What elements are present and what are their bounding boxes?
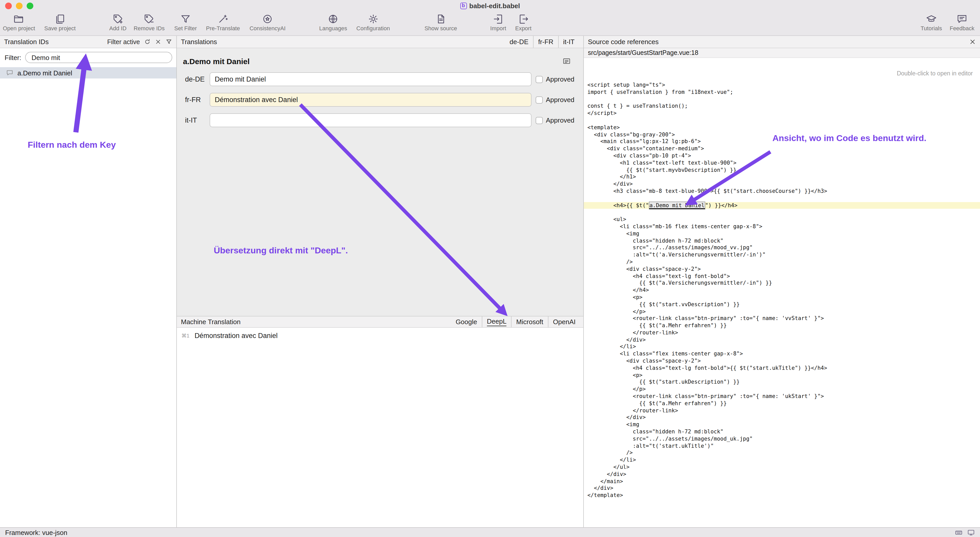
code-line: <h1 class="text-left text-blue-900"> <box>584 159 980 167</box>
code-area[interactable]: Double-click to open in editor <script s… <box>584 58 980 527</box>
toolbar-consistency-ai[interactable]: ConsistencyAI <box>250 13 286 31</box>
toolbar-label: Configuration <box>356 25 390 31</box>
window-title-group: b babel-edit.babel <box>460 2 520 10</box>
code-line: <li class="mb-16 flex items-center gap-x… <box>584 223 980 230</box>
code-line: </div> <box>584 336 980 343</box>
approved-group: Approved <box>536 75 574 83</box>
clear-filter-button[interactable] <box>155 38 161 45</box>
code-line: </router-link> <box>584 329 980 336</box>
code-line: :alt="t('start.ukTitle')" <box>584 442 980 449</box>
toolbar-show-source[interactable]: Show source <box>425 13 457 31</box>
code-line <box>584 209 980 216</box>
toolbar-label: Set Filter <box>174 25 197 31</box>
code-line: </div> <box>584 471 980 478</box>
code-line: <h4 class="text-lg font-bold">{{ $t("sta… <box>584 365 980 372</box>
toolbar-label: Open project <box>3 25 35 31</box>
approved-checkbox-fr[interactable] <box>536 96 543 104</box>
display-icon <box>967 529 975 536</box>
toolbar-pre-translate[interactable]: Pre-Translate <box>206 13 240 31</box>
translation-id-item[interactable]: a.Demo mit Daniel <box>0 67 176 78</box>
toolbar-open-project[interactable]: Open project <box>3 13 35 31</box>
approved-label: Approved <box>546 75 574 83</box>
window-controls <box>5 0 33 11</box>
toolbar-label: Add ID <box>109 25 126 31</box>
framework-label: Framework: vue-json <box>5 529 67 536</box>
code-line <box>584 96 980 103</box>
toolbar-add-id[interactable]: Add ID <box>109 13 126 31</box>
translation-ids-panel-header: Translation IDs Filter active <box>0 36 176 48</box>
tab-de-de[interactable]: de-DE <box>505 36 533 48</box>
file-reference[interactable]: src/pages/start/GuestStartPage.vue:18 <box>584 48 980 58</box>
mt-tab-microsoft[interactable]: Microsoft <box>511 317 548 327</box>
translations-panel: Translations de-DE fr-FR it-IT a.Demo mi… <box>177 36 584 527</box>
tab-label: Google <box>456 318 477 326</box>
machine-translation-result: Démonstration avec Daniel <box>194 332 278 339</box>
close-icon <box>155 38 161 45</box>
toolbar-configuration[interactable]: Configuration <box>356 13 390 31</box>
status-icons <box>955 529 975 536</box>
toolbar-languages[interactable]: Languages <box>319 13 347 31</box>
toolbar-set-filter[interactable]: Set Filter <box>174 13 197 31</box>
code-line: <img <box>584 230 980 237</box>
mt-tab-google[interactable]: Google <box>451 317 482 327</box>
approved-checkbox-de[interactable] <box>536 76 543 83</box>
filter-input[interactable] <box>25 52 172 63</box>
mt-tab-deepl[interactable]: DeepL <box>482 317 511 327</box>
tab-fr-fr[interactable]: fr-FR <box>533 36 558 48</box>
refresh-filter-button[interactable] <box>144 38 151 45</box>
toolbar-save-project[interactable]: Save project <box>45 13 76 31</box>
code-line: <script setup lang="ts"> <box>584 81 980 89</box>
entry-note-button[interactable] <box>562 57 571 66</box>
close-source-panel-button[interactable] <box>969 38 976 45</box>
zoom-window-button[interactable] <box>27 2 33 9</box>
translations-title: Translations <box>181 38 217 46</box>
code-line: <img <box>584 421 980 429</box>
code-line: {{ $t("a.Mehr erfahren") }} <box>584 322 980 329</box>
source-code-panel-header: Source code references <box>584 36 980 48</box>
translation-input-it[interactable] <box>210 113 531 127</box>
filter-button[interactable] <box>165 38 172 45</box>
keyboard-shortcuts-button[interactable] <box>955 529 963 536</box>
code-line: {{ $t("start.myvbvDescription") }} <box>584 166 980 174</box>
close-icon <box>969 38 976 45</box>
app-logo-icon: b <box>460 2 467 9</box>
machine-translation-tabs: Google DeepL Microsoft OpenAI <box>451 317 580 327</box>
toolbar-tutorials[interactable]: Tutorials <box>921 13 942 31</box>
toolbar-remove-ids[interactable]: Remove IDs <box>134 13 164 31</box>
toolbar-feedback[interactable]: Feedback <box>950 13 975 31</box>
machine-translation-header: Machine Translation Google DeepL Microso… <box>177 316 583 328</box>
toolbar-export[interactable]: Export <box>515 13 531 31</box>
tab-label: DeepL <box>487 317 507 326</box>
toolbar-label: Import <box>490 25 506 31</box>
translation-input-de[interactable] <box>210 72 531 86</box>
translation-row-it: it-IT Approved <box>177 113 583 127</box>
code-line <box>584 117 980 124</box>
code-line: /> <box>584 449 980 457</box>
language-label: de-DE <box>185 75 210 83</box>
close-window-button[interactable] <box>5 2 12 9</box>
code-line: class="hidden h-72 md:block" <box>584 428 980 435</box>
toolbar-import[interactable]: Import <box>490 13 506 31</box>
gear-icon <box>368 13 379 25</box>
tab-it-it[interactable]: it-IT <box>558 36 579 48</box>
tag-minus-icon <box>143 13 155 25</box>
machine-translation-result-row[interactable]: ⌘1 Démonstration avec Daniel <box>177 328 583 339</box>
source-code-panel: Source code references src/pages/start/G… <box>584 36 980 527</box>
approved-checkbox-it[interactable] <box>536 117 543 124</box>
mt-tab-openai[interactable]: OpenAI <box>548 317 580 327</box>
display-button[interactable] <box>967 529 975 536</box>
code-block: <script setup lang="ts">import { useTran… <box>584 81 980 499</box>
code-line: <main class="lg:px-12 lg:pb-6"> <box>584 138 980 145</box>
minimize-window-button[interactable] <box>16 2 22 9</box>
folder-open-icon <box>13 13 25 25</box>
code-line: <div class="pb-10 pt-4"> <box>584 152 980 159</box>
translations-panel-header: Translations de-DE fr-FR it-IT <box>177 36 583 48</box>
tab-label: Microsoft <box>516 318 543 326</box>
code-line: /> <box>584 258 980 266</box>
translation-entry-title: a.Demo mit Daniel <box>183 57 250 66</box>
translation-input-fr[interactable] <box>210 93 531 107</box>
machine-translation-content: ⌘1 Démonstration avec Daniel <box>177 328 583 527</box>
highlighted-key-token: a.Demo mit Daniel <box>649 201 705 209</box>
code-line: src="../../assets/images/mood_uk.jpg" <box>584 435 980 443</box>
code-line: <ul> <box>584 216 980 223</box>
